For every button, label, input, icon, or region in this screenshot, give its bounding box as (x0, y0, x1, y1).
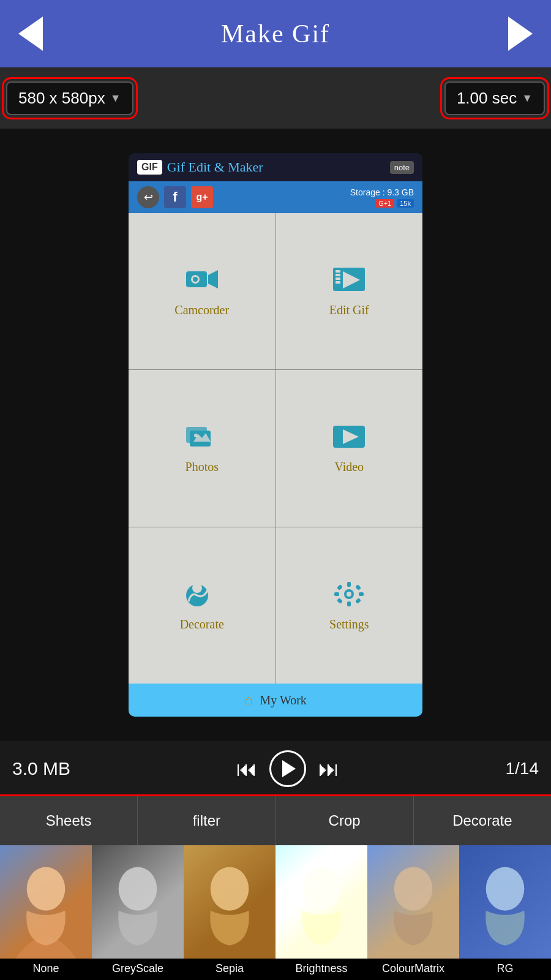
svg-rect-7 (335, 274, 340, 276)
time-dropdown-arrow: ▼ (522, 92, 533, 105)
camcorder-label: Camcorder (174, 303, 229, 317)
svg-point-39 (486, 867, 525, 911)
svg-point-13 (194, 434, 198, 437)
page-title: Make Gif (221, 19, 330, 48)
thumb-img-sepia (184, 845, 276, 959)
svg-point-37 (394, 867, 433, 911)
filter-sepia-label: Sepia (184, 959, 276, 980)
filter-brightness-thumb[interactable]: Brightness (276, 845, 367, 980)
filter-none-label: None (0, 959, 92, 980)
fifteen-k-badge: 15k (397, 199, 414, 208)
svg-point-35 (302, 867, 341, 911)
video-label: Video (334, 460, 364, 474)
filter-sepia-thumb[interactable]: Sepia (184, 845, 276, 980)
svg-point-17 (192, 583, 202, 593)
settings-label: Settings (329, 617, 369, 631)
grid-cell-edit-gif[interactable]: Edit Gif (276, 213, 423, 369)
time-dropdown[interactable]: 1.00 sec ▼ (444, 81, 545, 115)
photos-label: Photos (186, 460, 219, 474)
svg-rect-6 (335, 270, 340, 273)
svg-point-29 (27, 867, 66, 911)
app-header: GIF Gif Edit & Maker note (129, 153, 422, 181)
video-icon (332, 422, 366, 451)
filter-colourmatrix-label: ColourMatrix (367, 959, 459, 980)
my-work-label: My Work (260, 693, 306, 707)
filter-greyscale-label: GreyScale (92, 959, 184, 980)
bottom-tabs: Sheets filter Crop Decorate (0, 796, 551, 845)
gplus-icon[interactable]: g+ (191, 186, 213, 208)
svg-point-3 (193, 277, 198, 282)
share-icon[interactable]: ↩ (137, 186, 159, 208)
tab-crop[interactable]: Crop (276, 796, 414, 845)
grid-cell-camcorder[interactable]: Camcorder (129, 213, 276, 369)
controls-bar: 580 x 580px ▼ 1.00 sec ▼ (0, 67, 551, 129)
svg-rect-9 (335, 281, 340, 284)
tab-filter[interactable]: filter (138, 796, 276, 845)
filter-brightness-label: Brightness (276, 959, 367, 980)
tab-sheets[interactable]: Sheets (0, 796, 138, 845)
gif-badge: GIF (137, 160, 162, 175)
svg-rect-21 (347, 601, 351, 606)
svg-rect-26 (337, 598, 343, 604)
social-bar: ↩ f g+ Storage : 9.3 GB G+1 15k (129, 181, 422, 213)
decorate-icon (185, 579, 219, 609)
thumb-img-grey (92, 845, 184, 959)
my-work-bar[interactable]: ⌂ My Work (129, 684, 422, 717)
grid-cell-settings[interactable]: Settings (276, 527, 423, 684)
svg-rect-27 (355, 598, 361, 604)
camcorder-icon (185, 265, 219, 295)
svg-rect-24 (337, 584, 343, 590)
next-button[interactable] (508, 17, 533, 51)
edit-gif-label: Edit Gif (329, 303, 369, 317)
filter-none-thumb[interactable]: None (0, 845, 92, 980)
thumb-img-colour (367, 845, 459, 959)
decorate-label: Decorate (180, 617, 224, 631)
tab-decorate[interactable]: Decorate (414, 796, 551, 845)
svg-point-31 (119, 867, 157, 911)
play-button[interactable] (269, 750, 306, 787)
storage-section: Storage : 9.3 GB G+1 15k (350, 187, 414, 208)
grid-cell-video[interactable]: Video (276, 370, 423, 526)
filter-colourmatrix-thumb[interactable]: ColourMatrix (367, 845, 459, 980)
settings-icon (332, 579, 366, 609)
svg-rect-25 (355, 584, 361, 590)
size-dropdown[interactable]: 580 x 580px ▼ (6, 81, 133, 115)
thumb-img-none (0, 845, 92, 959)
home-icon: ⌂ (244, 692, 252, 708)
file-size: 3.0 MB (12, 758, 70, 779)
top-bar: Make Gif (0, 0, 551, 67)
grid-cell-decorate[interactable]: Decorate (129, 527, 276, 684)
note-badge: note (390, 161, 414, 174)
size-label: 580 x 580px (18, 89, 105, 108)
play-triangle-icon (282, 760, 296, 777)
filter-rg-label: RG (459, 959, 551, 980)
phone-mockup: GIF Gif Edit & Maker note ↩ f g+ Storage… (129, 153, 422, 717)
fast-forward-button[interactable]: ⏭ (318, 757, 339, 781)
app-grid: Camcorder Edit Gif (129, 213, 422, 684)
thumb-img-rg (459, 845, 551, 959)
svg-rect-8 (335, 277, 340, 280)
grid-cell-photos[interactable]: Photos (129, 370, 276, 526)
app-title: Gif Edit & Maker (167, 159, 263, 175)
rewind-button[interactable]: ⏮ (236, 757, 257, 781)
edit-gif-icon (332, 265, 366, 295)
photos-icon (185, 422, 219, 451)
svg-rect-23 (359, 592, 364, 596)
svg-rect-20 (347, 582, 351, 587)
thumbnail-strip: None GreyScale (0, 845, 551, 980)
social-icons: ↩ f g+ (137, 186, 213, 208)
size-dropdown-arrow: ▼ (110, 92, 121, 105)
svg-point-19 (347, 592, 351, 597)
time-label: 1.00 sec (457, 89, 517, 108)
main-area: GIF Gif Edit & Maker note ↩ f g+ Storage… (0, 129, 551, 741)
facebook-icon[interactable]: f (164, 186, 186, 208)
svg-marker-1 (208, 270, 218, 288)
prev-button[interactable] (18, 17, 43, 51)
gplus-count: G+1 (375, 199, 394, 208)
filter-greyscale-thumb[interactable]: GreyScale (92, 845, 184, 980)
playback-bar: 3.0 MB ⏮ ⏭ 1/14 (0, 741, 551, 796)
svg-point-33 (211, 867, 249, 911)
filter-rg-thumb[interactable]: RG (459, 845, 551, 980)
playback-controls: ⏮ ⏭ (236, 750, 339, 787)
frame-count: 1/14 (505, 759, 539, 778)
